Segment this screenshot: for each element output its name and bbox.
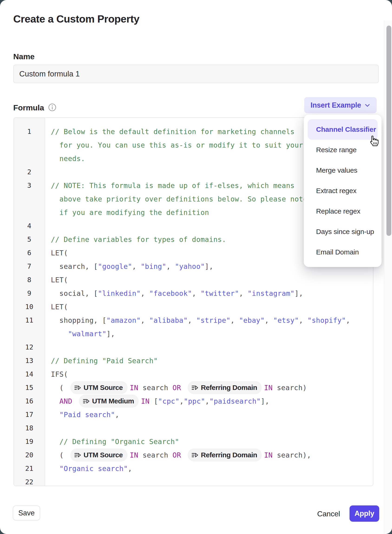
code-token-string: "bing" — [141, 262, 166, 270]
code-token-string: "shopify" — [308, 316, 346, 324]
code-token-plain: , — [230, 316, 239, 324]
menu-item-extract-regex[interactable]: Extract regex — [308, 180, 378, 201]
code-token-plain — [72, 397, 76, 405]
line-number: 17 — [14, 411, 45, 419]
code-token-plain: , — [141, 289, 149, 298]
code-line-content: // Defining "Organic Search" — [45, 438, 179, 446]
line-number: 2 — [14, 168, 45, 176]
property-token-icon — [82, 398, 90, 405]
code-token-plain: ( — [51, 384, 68, 392]
code-line-content: search, ["google", "bing", "yahoo"], — [45, 262, 213, 270]
code-line-content: "Paid search", — [45, 411, 119, 419]
line-number: 3 — [14, 181, 45, 189]
code-token-plain: search), — [273, 451, 311, 459]
property-chip[interactable]: Referring Domain — [188, 449, 262, 462]
code-line-content: // Below is the default definition for m… — [45, 128, 294, 136]
insert-example-dropdown-menu: Channel ClassifierResize rangeMerge valu… — [304, 114, 382, 267]
property-chip[interactable]: Referring Domain — [188, 381, 262, 394]
code-token-string: "alibaba" — [149, 316, 188, 324]
code-token-keyword: IN — [264, 384, 273, 392]
code-line-content: // Define variables for types of domains… — [45, 235, 226, 244]
code-line: 16 AND UTM MediumIN ["cpc","ppc","paidse… — [14, 394, 373, 408]
code-line-content: shopping, ["amazon", "alibaba", "stripe"… — [45, 316, 350, 324]
code-line: 12 — [14, 340, 373, 354]
code-token-plain: , — [299, 316, 308, 324]
property-token-icon — [74, 384, 81, 391]
code-token-plain — [51, 330, 68, 338]
menu-item-days-since-sign-up[interactable]: Days since sign-up — [308, 222, 378, 242]
formula-label: Formula — [13, 103, 44, 112]
property-chip-label: UTM Source — [84, 384, 123, 392]
code-token-plain: , — [239, 289, 247, 298]
cancel-button[interactable]: Cancel — [315, 508, 342, 519]
code-token-plain: , — [166, 262, 175, 270]
code-token-string: "amazon" — [106, 316, 140, 324]
code-line-content: // NOTE: This formula is made up of if-e… — [45, 181, 294, 190]
code-token-plain — [51, 464, 60, 473]
code-token-plain: , — [265, 316, 273, 324]
code-token-plain: , — [141, 316, 149, 324]
line-number: 5 — [14, 235, 45, 243]
code-line-content: for you. You can use this as-is or modif… — [45, 141, 303, 149]
line-number: 6 — [14, 249, 45, 257]
line-number: 12 — [14, 343, 45, 351]
code-token-plain: ], — [295, 289, 303, 298]
code-token-string: "linkedin" — [98, 289, 141, 298]
code-line: 15 ( UTM SourceIN search OR Referring Do… — [14, 381, 373, 394]
chevron-down-icon — [364, 102, 370, 108]
property-chip[interactable]: UTM Source — [70, 449, 127, 462]
code-token-plain: , — [115, 411, 119, 419]
apply-button[interactable]: Apply — [350, 506, 379, 522]
code-line-content: AND UTM MediumIN ["cpc","ppc","paidsearc… — [45, 395, 269, 408]
code-token-string: "etsy" — [273, 316, 299, 324]
code-line: 22 — [14, 475, 373, 486]
code-token-keyword: IN — [264, 451, 273, 459]
code-token-comment: // Below is the default definition for m… — [51, 128, 294, 136]
code-token-plain: search, [ — [51, 262, 98, 270]
code-token-plain: search — [138, 451, 173, 459]
name-input[interactable] — [13, 65, 379, 83]
code-token-plain: LET( — [51, 276, 68, 284]
property-chip-label: Referring Domain — [201, 384, 257, 392]
code-line-content: LET( — [45, 303, 68, 311]
code-line-content: ( UTM SourceIN search OR Referring Domai… — [45, 449, 311, 462]
code-line-content: LET( — [45, 276, 68, 284]
code-token-comment: for you. You can use this as-is or modif… — [51, 141, 303, 149]
insert-example-button[interactable]: Insert Example — [304, 97, 377, 113]
code-token-plain: LET( — [51, 303, 68, 311]
line-number: 16 — [14, 397, 45, 405]
code-token-plain: ( — [51, 451, 68, 459]
menu-item-email-domain[interactable]: Email Domain — [308, 242, 378, 262]
menu-item-channel-classifier[interactable]: Channel Classifier — [308, 119, 378, 140]
save-button[interactable]: Save — [13, 506, 40, 520]
property-token-icon — [191, 452, 198, 459]
code-token-plain: ], — [261, 397, 269, 405]
line-number: 22 — [14, 478, 45, 486]
property-chip[interactable]: UTM Medium — [79, 395, 139, 408]
menu-item-merge-values[interactable]: Merge values — [308, 160, 378, 180]
code-token-plain: ], — [205, 262, 213, 270]
property-chip[interactable]: UTM Source — [70, 381, 127, 394]
code-token-string: "Paid search" — [60, 411, 115, 419]
code-token-comment: // NOTE: This formula is made up of if-e… — [51, 181, 294, 190]
code-token-keyword: IN — [141, 397, 149, 405]
code-line-content: "walmart"], — [45, 330, 115, 338]
code-line-content: needs. — [45, 155, 85, 163]
menu-item-resize-range[interactable]: Resize range — [308, 140, 378, 160]
code-line: 14IFS( — [14, 367, 373, 381]
info-circle-icon[interactable] — [48, 103, 56, 112]
code-token-comment: above take priority over definitions bel… — [51, 195, 308, 203]
line-number: 20 — [14, 451, 45, 459]
code-token-keyword: IN — [130, 451, 138, 459]
code-token-plain: , — [188, 316, 196, 324]
scrollbar-thumb[interactable] — [387, 26, 391, 236]
property-chip-label: Referring Domain — [201, 451, 257, 459]
code-line: 17 "Paid search", — [14, 408, 373, 421]
code-line-content: IFS( — [45, 370, 68, 378]
menu-item-replace-regex[interactable]: Replace regex — [308, 201, 378, 222]
property-token-icon — [74, 452, 81, 459]
property-chip-label: UTM Source — [84, 451, 123, 459]
code-line-content: ( UTM SourceIN search OR Referring Domai… — [45, 381, 307, 394]
code-token-keyword: OR — [173, 384, 181, 392]
code-token-string: "paidsearch" — [210, 397, 261, 405]
